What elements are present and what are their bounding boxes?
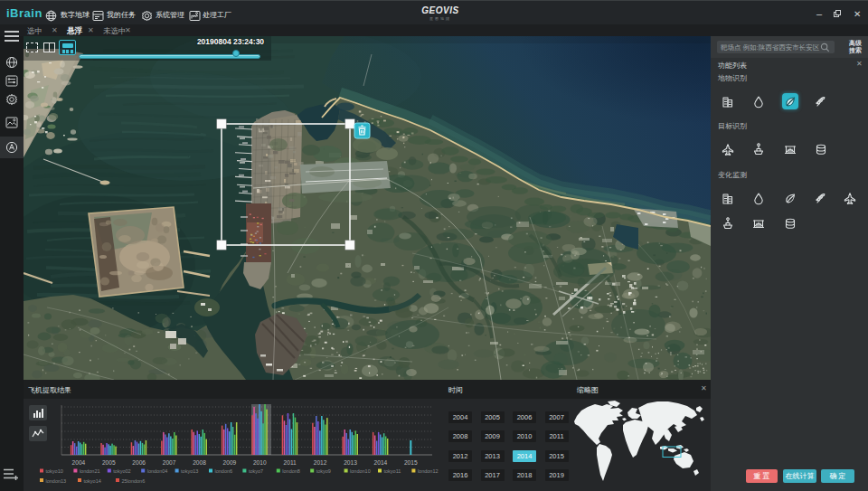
svg-text:london04: london04 [147,468,168,474]
svg-text:tokyo13: tokyo13 [181,468,198,474]
svg-text:tokyo14: tokyo14 [84,478,101,484]
svg-text:tokyo10: tokyo10 [46,468,63,474]
svg-text:2012: 2012 [314,459,327,466]
svg-text:2006: 2006 [132,459,146,466]
svg-text:london8: london8 [282,468,300,474]
svg-text:2004: 2004 [72,459,86,466]
svg-text:2007: 2007 [163,459,176,466]
svg-text:2014: 2014 [374,459,388,466]
svg-text:london21: london21 [80,468,100,474]
svg-text:london6: london6 [215,468,233,474]
svg-text:london13: london13 [46,478,67,484]
svg-text:2005: 2005 [102,459,116,466]
svg-text:2013: 2013 [344,459,357,466]
svg-text:london10: london10 [350,468,371,474]
svg-text:tokyo02: tokyo02 [113,468,130,474]
svg-text:25london6: 25london6 [122,478,146,484]
svg-text:2011: 2011 [284,459,297,466]
svg-text:2008: 2008 [193,459,206,466]
svg-text:2010: 2010 [253,459,267,466]
svg-text:2009: 2009 [223,459,237,466]
svg-text:tokyo11: tokyo11 [384,468,401,474]
svg-text:2015: 2015 [404,459,418,466]
svg-text:tokyo9: tokyo9 [316,468,331,474]
svg-text:london12: london12 [418,468,439,474]
svg-text:tokyo7: tokyo7 [249,468,263,474]
